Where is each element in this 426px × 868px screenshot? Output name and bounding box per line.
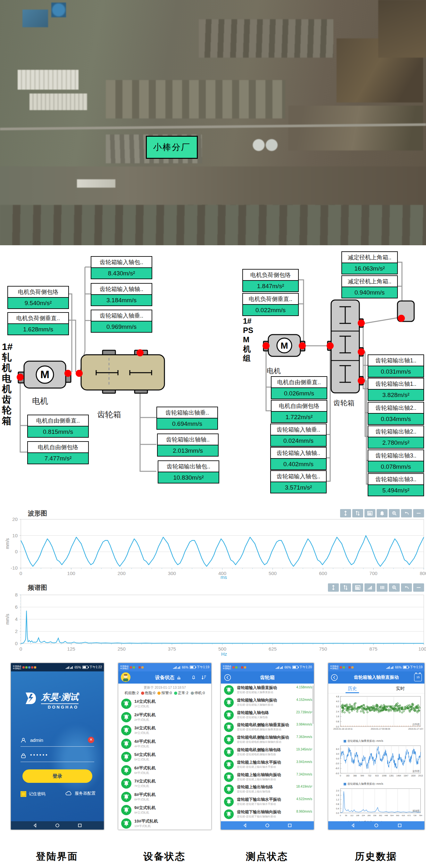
point-row-11[interactable]: 齿轮箱下输出轴轴向振动齿轮箱-齿轮箱下输出轴轴向振动8.960mm/s [221,808,314,820]
nav-recents-button[interactable] [397,823,402,828]
point-row-2[interactable]: 齿轮箱输入轴轴向振动齿轮箱-齿轮箱输入轴轴向振动4.152mm/s [221,696,314,709]
point-row-1[interactable]: 齿轮箱输入轴垂直振动齿轮箱-齿轮箱输入轴垂直振动4.158mm/s [221,684,314,696]
nav-back-button[interactable] [351,823,355,828]
device-row-1[interactable]: 1#立式轧机1#立式轧机 [118,697,211,711]
password-value[interactable]: •••••• [30,752,49,758]
point-row-7[interactable]: 齿轮箱上输出轴水平振动齿轮箱-齿轮箱上输出轴水平振动3.941mm/s [221,758,314,771]
measure-point-dot[interactable] [398,315,405,322]
measure-point-dot[interactable] [17,374,24,381]
clear-username-icon[interactable]: ✕ [88,737,94,743]
sensor-value: 0.034mm/s [368,414,423,424]
svg-text:2019-01-17 10:50:34: 2019-01-17 10:50:34 [408,728,423,730]
sensor-label: 齿轮箱输出轴轴.. [158,434,218,445]
measure-point-dot[interactable] [64,370,72,377]
sort-icon[interactable] [201,675,207,680]
map-area-9 [0,166,426,205]
point-row-4[interactable]: 齿轮箱电机侧输出轴垂直振动齿轮箱-齿轮箱电机侧输出轴垂直振动3.984mm/s [221,721,314,734]
nav-home-button[interactable] [265,823,269,828]
device-name: 2#平式轧机 [134,712,155,718]
device-name: 4#平式轧机 [134,739,155,744]
right-gearbox-label: 齿轮箱 [333,398,354,408]
tab-history[interactable]: 历史 [328,684,376,693]
device-row-7[interactable]: 7#立式轧机7#立式轧机 [118,777,211,790]
point-row-5[interactable]: 齿轮箱电机侧输出轴轴向振动齿轮箱-齿轮箱电机侧输出轴轴向振动7.363mm/s [221,733,314,746]
device-row-10[interactable]: 10#平式轧机10#平式轧机 [118,817,211,830]
nav-recents-button[interactable] [287,823,292,828]
sensor-label: 减定径机上角箱.. [342,252,397,263]
svg-text:1281: 1281 [389,775,394,777]
login-button[interactable]: 登录 [23,769,92,783]
scrollbar[interactable] [313,685,313,724]
point-value: 8.960mm/s [296,810,312,813]
point-bell-icon [224,760,234,771]
svg-text:336: 336 [373,814,377,816]
sensor-label: 齿轮箱输出轴2.. [368,402,423,414]
device-row-5[interactable]: 5#立式轧机5#立式轧机 [118,750,211,764]
nav-home-button[interactable] [55,823,60,828]
svg-text:M: M [40,368,49,380]
server-config-link[interactable]: 服务器配置 [65,790,95,796]
checkbox-icon[interactable] [21,791,26,797]
sensor-label: 电机负荷侧包络 [8,286,68,298]
svg-text:2.4: 2.4 [336,711,339,713]
waveform-mini-chart: 6.03.00.0-3.0-6.0-9.0波形图0183366549732915… [330,744,423,784]
point-row-9[interactable]: 齿轮箱上输出轴包络齿轮箱-齿轮箱上输出轴包络18.419m/s² [221,783,314,796]
measure-point-dot[interactable] [358,377,365,384]
header-bell-icon[interactable] [191,675,197,680]
measure-point-dot[interactable] [358,348,365,355]
sensor-box-left-2: 齿轮箱输入轴包..8.430m/s² [91,256,152,279]
tab-realtime[interactable]: 实时 [376,684,424,693]
measure-point-dot[interactable] [299,342,306,349]
status-bar: 中国移动中国电信66%下午1:19 [328,663,424,672]
sensor-label: 齿轮箱输入轴垂.. [91,310,152,321]
sensor-value: 0.940mm/s [342,287,397,298]
remember-password-checkbox[interactable]: 记住密码 [21,791,46,797]
device-row-3[interactable]: 3#立式轧机3#立式轧机 [118,723,211,737]
device-row-4[interactable]: 4#平式轧机4#平式轧机 [118,737,211,751]
device-row-8[interactable]: 8#平式轧机8#平式轧机 [118,790,211,804]
device-bell-icon [121,738,132,750]
device-row-9[interactable]: 9#立式轧机9#立式轧机 [118,803,211,817]
svg-text:560: 560 [396,814,400,816]
sensor-value: 0.694mm/s [157,418,217,429]
svg-text:mm/s: mm/s [5,614,10,625]
carrier-label: 中国移动中国电信 [223,665,231,670]
sensor-box-left-8: 齿轮箱输出轴轴..2.013mm/s [157,434,219,457]
point-name: 齿轮箱电机侧输出轴包络 [237,747,281,753]
point-row-10[interactable]: 齿轮箱下输出轴水平振动齿轮箱-齿轮箱下输出轴水平振动4.522mm/s [221,795,314,808]
nav-recents-button[interactable] [78,823,82,828]
measure-point-dot[interactable] [76,370,83,377]
device-row-6[interactable]: 6#平式轧机6#平式轧机 [118,764,211,777]
stat-3: 正常:2 [174,691,189,695]
sensor-value: 0.031mm/s [368,366,423,377]
point-row-8[interactable]: 齿轮箱上输出轴轴向振动齿轮箱-齿轮箱上输出轴轴向振动7.342mm/s [221,771,314,783]
history-tabs: 历史实时 [328,684,424,693]
sensor-value: 1.628mm/s [8,324,68,335]
measure-point-dot[interactable] [262,342,269,349]
device-row-2[interactable]: 2#平式轧机2#平式轧机 [118,711,211,724]
password-field[interactable]: •••••• [21,751,94,761]
username-field[interactable]: admin✕ [21,736,94,746]
point-name: 齿轮箱下输出轴轴向振动 [237,809,281,815]
factory-label[interactable]: 小棒分厂 [146,136,198,159]
measure-point-dot[interactable] [137,349,144,356]
point-name: 齿轮箱上输出轴包络 [237,784,273,790]
nav-back-button[interactable] [243,823,247,828]
nav-back-button[interactable] [33,823,37,828]
point-row-6[interactable]: 齿轮箱电机侧输出轴包络齿轮箱-齿轮箱电机侧输出轴包络19.345m/s² [221,746,314,758]
svg-text:0: 0 [15,549,18,554]
left-motor-label: 电机 [32,396,48,406]
point-subtitle: 齿轮箱-齿轮箱上输出轴水平振动 [237,765,276,769]
measure-point-dot[interactable] [326,342,334,349]
nav-home-button[interactable] [374,823,378,828]
map-area-3 [23,10,48,27]
svg-text:500: 500 [268,570,277,576]
device-status-header: 设备状态 [118,672,211,684]
measure-point-dot[interactable] [358,319,365,327]
point-row-3[interactable]: 齿轮箱输入轴包络齿轮箱-齿轮箱输入轴包络23.739m/s² [221,709,314,721]
trend-chart: 4.84.03.22.41.60.80.0趋势图2019-01-16 13:19… [330,694,423,738]
point-subtitle: 齿轮箱-齿轮箱上输出轴包络 [237,790,271,794]
calendar-icon[interactable]: 15 [414,674,422,681]
username-value[interactable]: admin [30,737,43,743]
updated-at-text: 更新于 2019-01-17 13:18:57 [118,685,211,690]
